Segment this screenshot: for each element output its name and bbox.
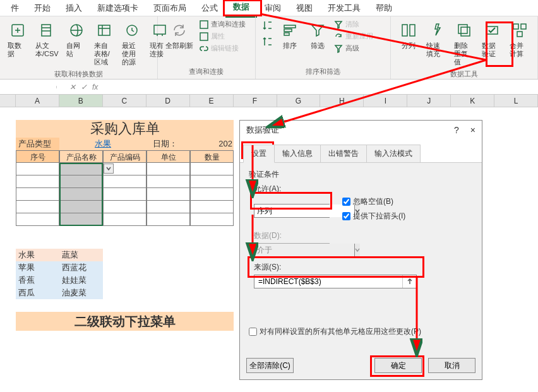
svg-rect-16 — [513, 24, 518, 29]
tab-dev[interactable]: 开发工具 — [320, 0, 368, 17]
tab-layout[interactable]: 页面布局 — [146, 0, 194, 17]
ok-button[interactable]: 确定 — [374, 358, 422, 373]
allow-label: 允许(A): — [254, 184, 473, 194]
select-all[interactable] — [0, 95, 16, 107]
tab-formulas[interactable]: 公式 — [194, 0, 225, 17]
source-input-row[interactable] — [254, 275, 417, 288]
cancel-icon[interactable]: ✕ — [69, 83, 76, 92]
col-A[interactable]: A — [16, 95, 59, 107]
from-web-button[interactable]: 自网站 — [64, 19, 89, 59]
col-H[interactable]: H — [320, 95, 364, 107]
svg-rect-3 — [99, 25, 110, 35]
col-I[interactable]: I — [364, 95, 407, 107]
data-validation-button[interactable]: 数据验证 — [479, 19, 505, 59]
sort-za-button[interactable] — [261, 35, 275, 48]
ribbon: 取数据 从文本/CSV 自网站 来自表格/区域 最近使用的源 现有连接 获取和转… — [0, 16, 538, 80]
svg-rect-9 — [284, 29, 292, 32]
col-G[interactable]: G — [277, 95, 321, 107]
table-header: 序号产品名称产品编码单位数量 — [16, 150, 234, 163]
col-E[interactable]: E — [190, 95, 234, 107]
dialog-title: 数据验证 — [246, 124, 279, 136]
help-button[interactable]: ? — [454, 125, 459, 135]
advanced-button[interactable]: 高级 — [333, 43, 374, 54]
text-to-columns-button[interactable]: 分列 — [396, 19, 421, 51]
group-label: 获取和转换数据 — [5, 68, 152, 79]
refresh-all-button[interactable]: 全部刷新 — [163, 19, 196, 51]
fx-icon[interactable]: fx — [92, 83, 98, 92]
col-C[interactable]: C — [103, 95, 146, 107]
dropdown-arrow-checkbox[interactable] — [342, 212, 350, 220]
tab-review[interactable]: 审阅 — [257, 0, 289, 17]
properties-button[interactable]: 属性 — [198, 31, 247, 42]
consolidate-button[interactable]: 合并计算 — [507, 19, 532, 59]
source-label: 来源(S): — [254, 262, 473, 273]
enter-icon[interactable]: ✓ — [81, 83, 87, 92]
ignore-blank-checkbox[interactable] — [342, 198, 350, 206]
flash-fill-button[interactable]: 快速填充 — [424, 19, 449, 59]
sort-button[interactable]: 排序 — [277, 19, 302, 51]
name-box[interactable] — [0, 86, 57, 88]
reference-table[interactable]: 水果蔬菜 苹果西蓝花 香蕉娃娃菜 西瓜油麦菜 — [16, 249, 103, 299]
column-headers: A B C D E F G H I J K L — [0, 95, 538, 107]
col-B[interactable]: B — [59, 95, 103, 107]
range-picker-icon[interactable] — [402, 275, 416, 288]
tab-input-msg[interactable]: 输入信息 — [274, 145, 321, 162]
svg-rect-11 — [402, 25, 407, 36]
tab-insert[interactable]: 插入 — [58, 0, 90, 17]
from-table-button[interactable]: 来自表格/区域 — [92, 19, 117, 68]
apply-others-checkbox[interactable] — [249, 328, 257, 336]
tab-view[interactable]: 视图 — [289, 0, 320, 17]
banner: 二级联动下拉菜单 — [16, 312, 234, 331]
svg-rect-12 — [410, 25, 415, 36]
col-L[interactable]: L — [494, 95, 538, 107]
tab-file[interactable]: 件 — [3, 0, 27, 17]
ribbon-tabs: 件 开始 插入 新建选项卡 页面布局 公式 数据 审阅 视图 开发工具 帮助 — [0, 0, 538, 16]
section-label: 验证条件 — [249, 169, 473, 180]
tab-custom[interactable]: 新建选项卡 — [90, 0, 146, 17]
svg-rect-1 — [42, 25, 51, 36]
table-body[interactable] — [16, 163, 234, 226]
source-input[interactable] — [254, 277, 402, 286]
get-data-button[interactable]: 取数据 — [5, 19, 30, 59]
type-value-cell[interactable]: 水果 — [59, 138, 146, 150]
data-combo — [254, 243, 330, 257]
clear-filter-button[interactable]: 清除 — [333, 19, 374, 30]
data-label: 数据(D): — [254, 230, 473, 241]
formula-bar: ✕✓fx — [0, 80, 538, 95]
edit-links-button[interactable]: 编辑链接 — [198, 43, 247, 54]
reapply-button[interactable]: 重新应用 — [333, 31, 374, 42]
recent-sources-button[interactable]: 最近使用的源 — [119, 19, 145, 68]
tab-help[interactable]: 帮助 — [368, 0, 400, 17]
queries-conn-button[interactable]: 查询和连接 — [198, 19, 247, 30]
cancel-button[interactable]: 取消 — [428, 358, 475, 373]
col-D[interactable]: D — [146, 95, 190, 107]
from-csv-button[interactable]: 从文本/CSV — [33, 19, 61, 59]
tab-ime[interactable]: 输入法模式 — [366, 145, 421, 162]
sheet-title: 采购入库单 — [16, 120, 234, 138]
svg-rect-18 — [517, 32, 522, 37]
filter-button[interactable]: 筛选 — [305, 19, 330, 51]
dropdown-button[interactable] — [104, 163, 114, 174]
tab-data[interactable]: 数据 — [225, 0, 257, 18]
close-icon[interactable]: × — [470, 125, 475, 135]
svg-rect-14 — [461, 27, 470, 36]
tab-settings[interactable]: 设置 — [243, 145, 275, 163]
chevron-down-icon — [354, 244, 360, 256]
remove-duplicates-button[interactable]: 删除重复值 — [451, 19, 477, 68]
group-label: 查询和连接 — [163, 66, 250, 76]
col-K[interactable]: K — [451, 95, 494, 107]
group-label: 数据工具 — [396, 68, 532, 79]
sheet-header-row: 产品类型 水果 日期： 202 — [16, 138, 234, 150]
sort-az-button[interactable] — [261, 19, 275, 32]
tab-error[interactable]: 出错警告 — [320, 145, 367, 162]
clear-all-button[interactable]: 全部清除(C) — [246, 358, 294, 373]
tab-home[interactable]: 开始 — [27, 0, 58, 17]
svg-rect-8 — [284, 25, 296, 28]
allow-combo[interactable] — [254, 204, 330, 218]
col-F[interactable]: F — [234, 95, 277, 107]
col-J[interactable]: J — [407, 95, 451, 107]
svg-rect-17 — [521, 24, 526, 29]
svg-rect-10 — [284, 33, 289, 35]
svg-rect-6 — [200, 21, 208, 28]
group-label: 排序和筛选 — [261, 66, 385, 76]
